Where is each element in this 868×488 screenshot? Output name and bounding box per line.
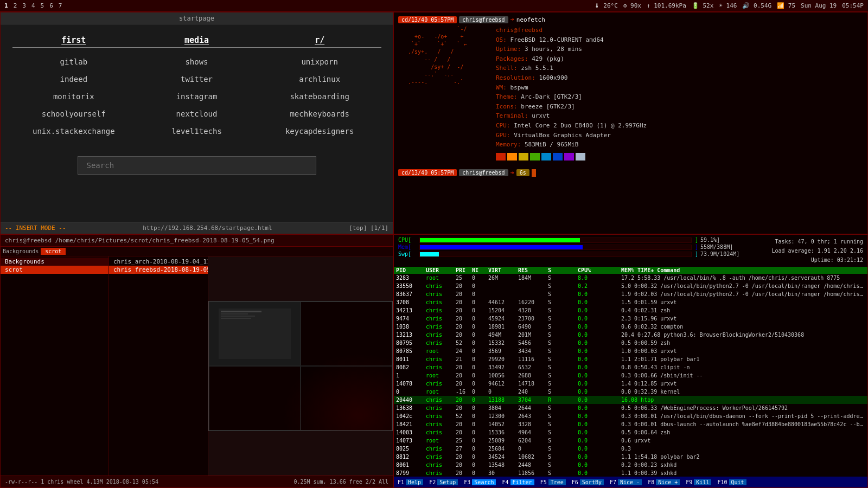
workspace-1[interactable]: 1 bbox=[4, 2, 8, 9]
ranger-content: Backgrounds scrot chris_arch-2018-08-19-… bbox=[1, 256, 393, 476]
htop-process-row[interactable]: 8082 chris 20 0 33492 6532 S 0.0 0.8 0:5… bbox=[394, 363, 867, 371]
link-mechkeyboards[interactable]: mechkeyboards bbox=[290, 110, 349, 118]
neofetch-shell-label: Shell: bbox=[496, 65, 521, 72]
link-unixporn[interactable]: unixporn bbox=[301, 57, 337, 66]
htop-process-row[interactable]: 9474 chris 20 0 45924 23700 S 0.0 2.3 0:… bbox=[394, 314, 867, 323]
link-unix-stackexchange[interactable]: unix.stackexchange bbox=[33, 127, 115, 136]
htop-f9-kill[interactable]: F9Kill bbox=[684, 479, 713, 485]
ranger-tab-backgrounds[interactable]: Backgrounds bbox=[3, 248, 39, 254]
link-keycapdesigners[interactable]: keycapdesigners bbox=[285, 127, 354, 136]
htop-process-row[interactable]: 20440 chris 20 0 13188 3704 R 0.0 16.08 … bbox=[394, 396, 867, 404]
ranger-file-2[interactable]: chris_freebsd-2018-08-19-05_54.png 4.13 … bbox=[109, 266, 208, 274]
col-mem: MEM% TIME+ Command bbox=[621, 267, 865, 273]
htop-process-row[interactable]: 14073 root 25 0 25089 6204 S 0.0 0.6 urx… bbox=[394, 436, 867, 445]
htop-f6-sortby[interactable]: F6SortBy bbox=[570, 479, 606, 485]
htop-mem-bar-row: Mem[ ] 558M/388M] bbox=[398, 244, 744, 250]
scroll-position: [top] [1/1] bbox=[349, 224, 388, 232]
htop-process-row[interactable]: 3283 root 25 0 26M 184M S 8.0 17.2 5:58.… bbox=[394, 274, 867, 282]
htop-process-row[interactable]: 8025 chris 27 0 25684 0 S 0.0 0.3 bbox=[394, 445, 867, 453]
workspace-6[interactable]: 6 bbox=[49, 2, 53, 9]
link-level1techs[interactable]: level1techs bbox=[171, 127, 222, 136]
ranger-preview-panel bbox=[208, 256, 393, 476]
color-green bbox=[530, 153, 540, 160]
terminal-cmd-bg: 6s bbox=[516, 169, 529, 176]
col-virt: VIRT bbox=[488, 267, 518, 273]
link-column-media: media shows twitter instagram nextcloud … bbox=[135, 35, 258, 140]
workspace-4[interactable]: 4 bbox=[31, 2, 35, 9]
htop-process-row[interactable]: 80785 root 24 0 3569 3434 S 0.0 1.0 0:00… bbox=[394, 347, 867, 355]
topbar-workspaces: 1 2 3 4 5 6 7 bbox=[4, 2, 62, 9]
col-pri: PRI bbox=[456, 267, 472, 273]
link-indeed[interactable]: indeed bbox=[60, 75, 88, 84]
col-res: RES bbox=[518, 267, 548, 273]
link-monitorix[interactable]: monitorix bbox=[53, 92, 94, 101]
htop-process-row[interactable]: 8812 chris 20 0 34524 10682 S 0.0 1.1 1:… bbox=[394, 453, 867, 461]
workspace-3[interactable]: 3 bbox=[22, 2, 26, 9]
htop-f1-help[interactable]: F1Help bbox=[396, 479, 425, 485]
color-cyan bbox=[541, 153, 551, 160]
htop-process-row[interactable]: 14078 chris 20 0 94612 14718 S 0.0 1.4 0… bbox=[394, 380, 867, 388]
htop-process-row[interactable]: 80795 chris 52 0 15332 5456 S 0.0 0.5 0:… bbox=[394, 339, 867, 347]
htop-mem-label: Mem[ bbox=[398, 244, 417, 250]
htop-process-row[interactable]: 8011 chris 21 0 29920 11116 S 0.0 1.1 2:… bbox=[394, 355, 867, 363]
htop-load: Load average: 1.91 2.20 2.16 bbox=[755, 246, 863, 255]
neofetch-uptime-label: Uptime: bbox=[496, 46, 525, 53]
htop-bars: CPU[ ] 59.1%] Mem[ ] 558M bbox=[398, 237, 744, 265]
link-instagram[interactable]: instagram bbox=[176, 92, 218, 101]
htop-process-row[interactable]: 3708 chris 20 0 44612 16220 S 0.0 1.5 0:… bbox=[394, 298, 867, 306]
link-twitter[interactable]: twitter bbox=[181, 75, 213, 84]
link-skateboarding[interactable]: skateboarding bbox=[290, 92, 349, 101]
temp-stat: 🌡 26°C bbox=[594, 2, 618, 9]
htop-cpu-bar bbox=[419, 237, 692, 243]
ranger-tab-scrot[interactable]: scrot bbox=[41, 248, 66, 255]
search-input[interactable] bbox=[78, 156, 316, 175]
startpage-titlebar: startpage bbox=[1, 12, 393, 24]
htop-process-row[interactable]: 0 root -16 0 0 240 S 0.0 0.0 0:32.39 ker… bbox=[394, 388, 867, 396]
workspace-7[interactable]: 7 bbox=[59, 2, 62, 9]
htop-f10-quit[interactable]: F10Quit bbox=[716, 479, 748, 485]
htop-process-row[interactable]: 8799 chris 20 0 30 11856 S 0.0 1.1 0:00.… bbox=[394, 469, 867, 477]
htop-f7-nice-minus[interactable]: F7Nice - bbox=[608, 479, 644, 485]
neofetch-info-block: chris@freebsd OS: FreeBSD 12.0-CURRENT a… bbox=[496, 25, 647, 160]
cpu-stat: ⚙ 90x bbox=[623, 2, 641, 9]
ranger-dir-scrot[interactable]: scrot bbox=[1, 266, 108, 274]
workspace-5[interactable]: 5 bbox=[41, 2, 44, 9]
neofetch-cmd: neofetch bbox=[516, 16, 545, 23]
htop-process-row[interactable]: 1 root 20 0 10056 2688 S 0.0 0.3 0:00.66… bbox=[394, 371, 867, 380]
htop-f8-nice-plus[interactable]: F8Nice + bbox=[646, 479, 682, 485]
neofetch-terminal-label: Terminal: bbox=[496, 112, 532, 119]
neofetch-user-label: chris@freebsd bbox=[496, 27, 542, 34]
link-schoolyourself[interactable]: schoolyourself bbox=[42, 110, 106, 118]
terminal-prompt-line2: cd/13/40 05:57PM chris@freebsd ➜ 6s bbox=[398, 169, 863, 177]
htop-footer[interactable]: F1Help F2Setup F3Search F4Filter F5Tree … bbox=[394, 477, 867, 487]
neofetch-os-label: OS: bbox=[496, 36, 510, 43]
htop-process-row[interactable]: 8001 chris 20 0 13548 2448 S 0.0 0.2 0:0… bbox=[394, 461, 867, 469]
ranger-dir-backgrounds[interactable]: Backgrounds bbox=[1, 258, 108, 266]
workspace-2[interactable]: 2 bbox=[14, 2, 17, 9]
ranger-preview-inner bbox=[208, 256, 393, 476]
htop-process-row[interactable]: 18421 chris 20 0 14052 3328 S 0.0 0.3 0:… bbox=[394, 420, 867, 428]
htop-f3-search[interactable]: F3Search bbox=[462, 479, 498, 485]
htop-cpu-value: 59.1%] bbox=[700, 237, 744, 243]
htop-process-row[interactable]: 34213 chris 20 0 15204 4328 S 0.0 0.4 0:… bbox=[394, 306, 867, 314]
htop-process-row[interactable]: 14003 chris 20 0 15336 4964 S 0.0 0.5 0:… bbox=[394, 428, 867, 436]
htop-process-row[interactable]: 1038 chris 20 0 18981 6490 S 0.0 0.6 0:0… bbox=[394, 323, 867, 331]
neofetch-output: `-/ +o- -/o+ + `+` `+` ` ← ./sy+. / / --… bbox=[398, 25, 863, 160]
htop-f2-setup[interactable]: F2Setup bbox=[427, 479, 460, 485]
htop-process-row[interactable]: 83637 chris 20 0 S 0.0 1.9 0:02.03 /usr/… bbox=[394, 290, 867, 298]
link-gitlab[interactable]: gitlab bbox=[60, 57, 88, 66]
htop-process-row[interactable]: 33550 chris 20 0 S 0.2 5.0 0:00.32 /usr/… bbox=[394, 282, 867, 290]
htop-swp-fill bbox=[420, 252, 439, 256]
ranger-file-1[interactable]: chris_arch-2018-08-19-04_11.png bbox=[109, 258, 208, 266]
htop-process-row[interactable]: 13213 chris 20 0 494M 201M S 0.0 20.4 0:… bbox=[394, 331, 867, 339]
link-shows[interactable]: shows bbox=[185, 57, 208, 66]
htop-f5-tree[interactable]: F5Tree bbox=[539, 479, 568, 485]
link-nextcloud[interactable]: nextcloud bbox=[176, 110, 218, 118]
link-archlinux[interactable]: archlinux bbox=[299, 75, 340, 84]
htop-cpu-fill bbox=[420, 238, 580, 242]
htop-process-row[interactable]: 1042c chris 52 0 12300 2643 S 0.0 0.3 0:… bbox=[394, 412, 867, 420]
htop-f4-filter[interactable]: F4Filter bbox=[500, 479, 536, 485]
htop-process-row[interactable]: 13638 chris 20 0 3804 2644 S 0.0 0.5 0:0… bbox=[394, 404, 867, 412]
htop-uptime: Uptime: 03:21:12 bbox=[755, 255, 863, 265]
color-blue bbox=[553, 153, 563, 160]
